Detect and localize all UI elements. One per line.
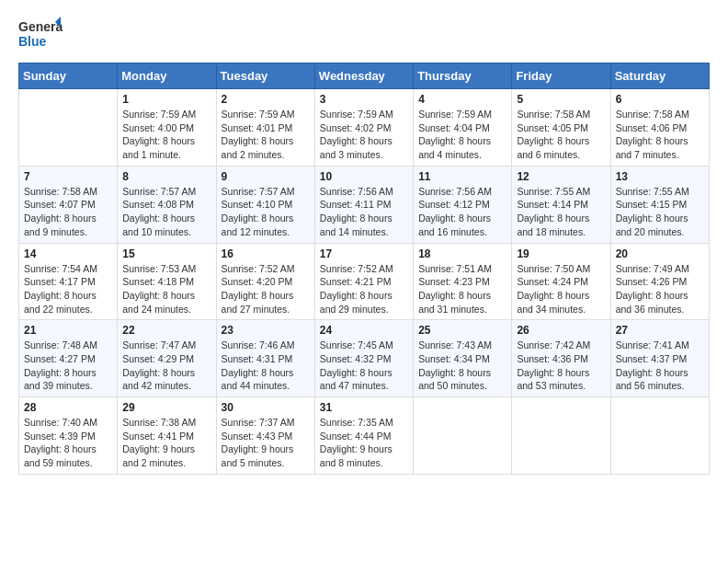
day-number: 25 — [418, 324, 506, 337]
day-info: Sunrise: 7:57 AM Sunset: 4:08 PM Dayligh… — [122, 185, 210, 239]
day-info: Sunrise: 7:45 AM Sunset: 4:32 PM Dayligh… — [320, 339, 408, 393]
calendar-cell: 18Sunrise: 7:51 AM Sunset: 4:23 PM Dayli… — [414, 243, 512, 320]
day-info: Sunrise: 7:51 AM Sunset: 4:23 PM Dayligh… — [418, 262, 506, 316]
day-number: 23 — [222, 324, 310, 337]
calendar-cell: 12Sunrise: 7:55 AM Sunset: 4:14 PM Dayli… — [512, 166, 610, 243]
day-info: Sunrise: 7:59 AM Sunset: 4:00 PM Dayligh… — [122, 108, 210, 162]
calendar-cell: 20Sunrise: 7:49 AM Sunset: 4:26 PM Dayli… — [610, 243, 709, 320]
day-info: Sunrise: 7:43 AM Sunset: 4:34 PM Dayligh… — [418, 339, 506, 393]
calendar-cell: 10Sunrise: 7:56 AM Sunset: 4:11 PM Dayli… — [314, 166, 413, 243]
day-number: 6 — [616, 93, 704, 106]
day-number: 24 — [320, 324, 408, 337]
day-info: Sunrise: 7:37 AM Sunset: 4:43 PM Dayligh… — [222, 416, 310, 470]
day-info: Sunrise: 7:55 AM Sunset: 4:14 PM Dayligh… — [517, 185, 605, 239]
calendar-week-2: 7Sunrise: 7:58 AM Sunset: 4:07 PM Daylig… — [19, 166, 710, 243]
calendar-cell — [414, 397, 512, 475]
column-header-monday: Monday — [118, 63, 216, 89]
calendar-cell: 30Sunrise: 7:37 AM Sunset: 4:43 PM Dayli… — [216, 397, 314, 475]
calendar-cell: 27Sunrise: 7:41 AM Sunset: 4:37 PM Dayli… — [610, 320, 709, 397]
day-number: 2 — [222, 93, 310, 106]
calendar-week-5: 28Sunrise: 7:40 AM Sunset: 4:39 PM Dayli… — [19, 397, 710, 475]
day-number: 1 — [122, 93, 210, 106]
day-info: Sunrise: 7:59 AM Sunset: 4:01 PM Dayligh… — [222, 108, 310, 162]
day-info: Sunrise: 7:57 AM Sunset: 4:10 PM Dayligh… — [222, 185, 310, 239]
day-info: Sunrise: 7:58 AM Sunset: 4:05 PM Dayligh… — [517, 108, 605, 162]
day-info: Sunrise: 7:40 AM Sunset: 4:39 PM Dayligh… — [24, 416, 112, 470]
day-info: Sunrise: 7:46 AM Sunset: 4:31 PM Dayligh… — [222, 339, 310, 393]
calendar-cell: 13Sunrise: 7:55 AM Sunset: 4:15 PM Dayli… — [610, 166, 709, 243]
day-number: 26 — [517, 324, 605, 337]
calendar-cell: 16Sunrise: 7:52 AM Sunset: 4:20 PM Dayli… — [216, 243, 314, 320]
day-number: 29 — [122, 401, 210, 414]
calendar-week-4: 21Sunrise: 7:48 AM Sunset: 4:27 PM Dayli… — [19, 320, 710, 397]
day-number: 18 — [418, 247, 506, 260]
calendar-cell: 5Sunrise: 7:58 AM Sunset: 4:05 PM Daylig… — [512, 89, 610, 167]
day-info: Sunrise: 7:59 AM Sunset: 4:02 PM Dayligh… — [320, 108, 408, 162]
calendar-header-row: SundayMondayTuesdayWednesdayThursdayFrid… — [19, 63, 710, 89]
calendar-cell: 1Sunrise: 7:59 AM Sunset: 4:00 PM Daylig… — [118, 89, 216, 167]
calendar-cell: 26Sunrise: 7:42 AM Sunset: 4:36 PM Dayli… — [512, 320, 610, 397]
day-number: 12 — [517, 170, 605, 183]
day-info: Sunrise: 7:50 AM Sunset: 4:24 PM Dayligh… — [517, 262, 605, 316]
calendar-cell: 7Sunrise: 7:58 AM Sunset: 4:07 PM Daylig… — [19, 166, 118, 243]
column-header-tuesday: Tuesday — [216, 63, 314, 89]
day-number: 4 — [418, 93, 506, 106]
day-number: 15 — [122, 247, 210, 260]
calendar-cell: 24Sunrise: 7:45 AM Sunset: 4:32 PM Dayli… — [314, 320, 413, 397]
day-number: 20 — [616, 247, 704, 260]
day-info: Sunrise: 7:59 AM Sunset: 4:04 PM Dayligh… — [418, 108, 506, 162]
day-number: 28 — [24, 401, 112, 414]
day-info: Sunrise: 7:48 AM Sunset: 4:27 PM Dayligh… — [24, 339, 112, 393]
day-number: 27 — [616, 324, 704, 337]
day-info: Sunrise: 7:55 AM Sunset: 4:15 PM Dayligh… — [616, 185, 704, 239]
calendar-table: SundayMondayTuesdayWednesdayThursdayFrid… — [18, 63, 710, 475]
day-info: Sunrise: 7:53 AM Sunset: 4:18 PM Dayligh… — [122, 262, 210, 316]
calendar-cell: 11Sunrise: 7:56 AM Sunset: 4:12 PM Dayli… — [414, 166, 512, 243]
day-info: Sunrise: 7:52 AM Sunset: 4:21 PM Dayligh… — [320, 262, 408, 316]
calendar-cell — [512, 397, 610, 475]
calendar-cell: 2Sunrise: 7:59 AM Sunset: 4:01 PM Daylig… — [216, 89, 314, 167]
calendar-cell: 8Sunrise: 7:57 AM Sunset: 4:08 PM Daylig… — [118, 166, 216, 243]
calendar-cell: 19Sunrise: 7:50 AM Sunset: 4:24 PM Dayli… — [512, 243, 610, 320]
column-header-friday: Friday — [512, 63, 610, 89]
day-info: Sunrise: 7:56 AM Sunset: 4:12 PM Dayligh… — [418, 185, 506, 239]
calendar-cell: 14Sunrise: 7:54 AM Sunset: 4:17 PM Dayli… — [19, 243, 118, 320]
column-header-thursday: Thursday — [414, 63, 512, 89]
day-number: 13 — [616, 170, 704, 183]
column-header-wednesday: Wednesday — [314, 63, 413, 89]
day-number: 5 — [517, 93, 605, 106]
calendar-cell: 25Sunrise: 7:43 AM Sunset: 4:34 PM Dayli… — [414, 320, 512, 397]
day-number: 30 — [222, 401, 310, 414]
day-number: 22 — [122, 324, 210, 337]
day-number: 19 — [517, 247, 605, 260]
day-info: Sunrise: 7:49 AM Sunset: 4:26 PM Dayligh… — [616, 262, 704, 316]
calendar-cell: 3Sunrise: 7:59 AM Sunset: 4:02 PM Daylig… — [314, 89, 413, 167]
day-info: Sunrise: 7:41 AM Sunset: 4:37 PM Dayligh… — [616, 339, 704, 393]
calendar-cell: 9Sunrise: 7:57 AM Sunset: 4:10 PM Daylig… — [216, 166, 314, 243]
column-header-saturday: Saturday — [610, 63, 709, 89]
day-info: Sunrise: 7:35 AM Sunset: 4:44 PM Dayligh… — [320, 416, 408, 470]
logo: General Blue — [18, 15, 63, 52]
calendar-cell: 6Sunrise: 7:58 AM Sunset: 4:06 PM Daylig… — [610, 89, 709, 167]
svg-text:Blue: Blue — [18, 34, 47, 49]
day-number: 14 — [24, 247, 112, 260]
day-number: 16 — [222, 247, 310, 260]
calendar-cell: 23Sunrise: 7:46 AM Sunset: 4:31 PM Dayli… — [216, 320, 314, 397]
day-info: Sunrise: 7:47 AM Sunset: 4:29 PM Dayligh… — [122, 339, 210, 393]
day-number: 9 — [222, 170, 310, 183]
calendar-cell: 15Sunrise: 7:53 AM Sunset: 4:18 PM Dayli… — [118, 243, 216, 320]
day-number: 21 — [24, 324, 112, 337]
day-number: 31 — [320, 401, 408, 414]
day-number: 7 — [24, 170, 112, 183]
day-info: Sunrise: 7:42 AM Sunset: 4:36 PM Dayligh… — [517, 339, 605, 393]
calendar-cell: 21Sunrise: 7:48 AM Sunset: 4:27 PM Dayli… — [19, 320, 118, 397]
logo-icon: General Blue — [18, 15, 63, 52]
day-number: 8 — [122, 170, 210, 183]
calendar-cell — [19, 89, 118, 167]
column-header-sunday: Sunday — [19, 63, 118, 89]
day-info: Sunrise: 7:58 AM Sunset: 4:07 PM Dayligh… — [24, 185, 112, 239]
day-number: 11 — [418, 170, 506, 183]
calendar-cell: 22Sunrise: 7:47 AM Sunset: 4:29 PM Dayli… — [118, 320, 216, 397]
calendar-week-1: 1Sunrise: 7:59 AM Sunset: 4:00 PM Daylig… — [19, 89, 710, 167]
calendar-cell: 4Sunrise: 7:59 AM Sunset: 4:04 PM Daylig… — [414, 89, 512, 167]
